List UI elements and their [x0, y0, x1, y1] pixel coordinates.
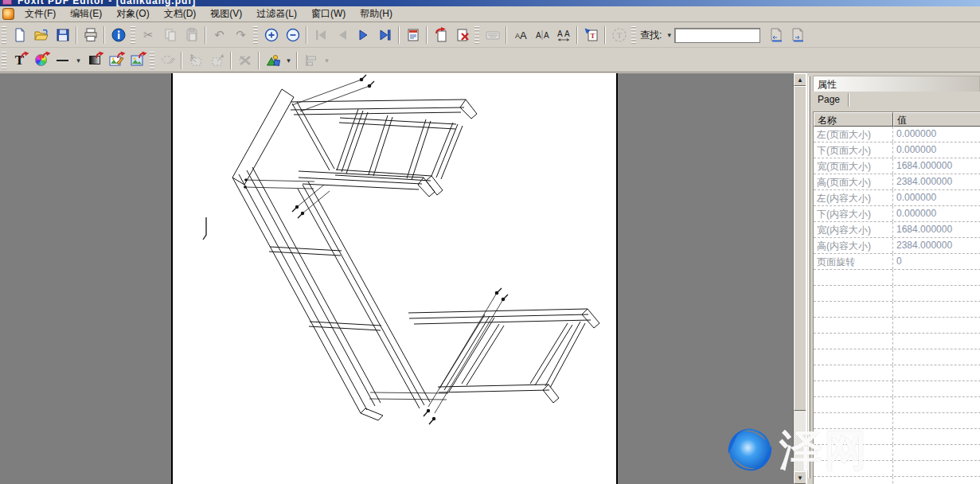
copy-button[interactable] — [159, 25, 181, 45]
line-style-dropdown[interactable]: ▾ — [73, 50, 84, 70]
svg-text:A: A — [564, 29, 570, 38]
toolbar-gripper[interactable] — [474, 26, 479, 44]
property-row[interactable]: 高(页面大小)2384.000000 — [814, 174, 980, 190]
print-button[interactable] — [80, 25, 101, 45]
property-value[interactable]: 2384.000000 — [893, 174, 980, 189]
align-button[interactable] — [300, 50, 322, 70]
find-previous-button[interactable] — [765, 25, 787, 45]
page-drawing — [173, 73, 616, 484]
menu-item-file[interactable]: 文件(F) — [18, 6, 63, 22]
add-image-object-button[interactable] — [127, 50, 148, 70]
tab-page[interactable]: Page — [813, 92, 848, 107]
save-icon — [55, 27, 71, 43]
paste-button[interactable] — [181, 25, 202, 45]
align-icon — [303, 53, 319, 68]
next-page-button[interactable] — [353, 25, 374, 45]
shapes-dropdown[interactable]: ▾ — [283, 50, 294, 70]
zoom-out-button[interactable] — [282, 25, 303, 45]
menu-item-filter[interactable]: 过滤器(L) — [249, 6, 304, 22]
svg-text:A: A — [557, 29, 563, 38]
document-icon[interactable] — [2, 8, 14, 20]
toolbar-gripper[interactable] — [150, 52, 154, 69]
toolbar-objects: T ▾ ▾ ▾ — [0, 49, 980, 72]
properties-table-header: 名称 值 — [814, 112, 980, 127]
scroll-up-button[interactable]: ▲ — [794, 73, 806, 86]
property-value[interactable]: 0.000000 — [893, 142, 980, 158]
pdf-page[interactable] — [171, 73, 618, 484]
letter-spacing-button[interactable]: AA — [531, 25, 552, 45]
send-backward-button[interactable] — [206, 50, 228, 70]
property-row[interactable]: 高(内容大小)2384.000000 — [814, 238, 980, 254]
menu-item-window[interactable]: 窗口(W) — [304, 6, 353, 22]
toolbar-gripper[interactable] — [253, 26, 258, 44]
delete-object-button[interactable] — [234, 50, 256, 70]
panel-splitter[interactable] — [808, 76, 810, 478]
property-row[interactable]: 左(页面大小)0.000000 — [814, 127, 980, 142]
scroll-down-button[interactable]: ▼ — [794, 471, 806, 484]
add-shading-object-button[interactable] — [30, 50, 52, 70]
last-page-button[interactable] — [374, 25, 396, 45]
menu-item-document[interactable]: 文档(D) — [157, 6, 204, 22]
toolbar-gripper[interactable] — [131, 26, 135, 44]
shapes-button[interactable] — [262, 50, 283, 70]
document-canvas[interactable] — [0, 73, 793, 484]
find-input[interactable] — [674, 28, 760, 43]
property-value[interactable]: 2384.000000 — [893, 238, 980, 253]
undo-button[interactable]: ↶ — [209, 25, 230, 45]
column-header-value[interactable]: 值 — [893, 112, 980, 127]
previous-page-button[interactable] — [331, 25, 353, 45]
property-value[interactable]: 1684.000000 — [893, 158, 980, 174]
font-compare-button[interactable]: AA — [510, 25, 531, 45]
toolbar-gripper[interactable] — [2, 26, 6, 44]
toolbar-gripper[interactable] — [2, 52, 6, 69]
text-circle-button[interactable]: T — [608, 25, 630, 45]
insert-text-button[interactable]: T — [580, 25, 602, 45]
property-value[interactable]: 0 — [893, 254, 980, 269]
keyboard-button[interactable] — [482, 25, 503, 45]
vertical-scrollbar[interactable]: ▲ ▼ — [793, 73, 806, 484]
page-layout-button[interactable] — [402, 25, 424, 45]
kerning-icon: AA — [556, 27, 572, 43]
rotate-page-button[interactable] — [430, 25, 451, 45]
kerning-button[interactable]: AA — [552, 25, 574, 45]
document-info-button[interactable] — [107, 25, 129, 45]
scrollbar-thumb[interactable] — [794, 86, 806, 411]
toolbar-gripper[interactable] — [631, 26, 636, 44]
add-line-object-button[interactable] — [52, 50, 73, 70]
property-value[interactable]: 0.000000 — [893, 190, 980, 205]
cut-button[interactable]: ✂ — [138, 25, 159, 45]
property-value[interactable]: 1684.000000 — [893, 222, 980, 237]
property-row[interactable]: 左(内容大小)0.000000 — [814, 190, 980, 206]
lasso-select-button[interactable] — [157, 50, 178, 70]
property-value[interactable]: 0.000000 — [893, 127, 980, 142]
align-dropdown[interactable]: ▾ — [322, 50, 332, 70]
redo-button[interactable]: ↷ — [230, 25, 252, 45]
property-row[interactable]: 宽(内容大小)1684.000000 — [814, 222, 980, 238]
property-row[interactable]: 下(内容大小)0.000000 — [814, 206, 980, 222]
property-row[interactable]: 下(页面大小)0.000000 — [814, 142, 980, 158]
zoom-in-button[interactable] — [260, 25, 282, 45]
property-row[interactable]: 宽(页面大小)1684.000000 — [814, 158, 980, 174]
add-rectangle-object-button[interactable] — [84, 50, 105, 70]
menu-item-help[interactable]: 帮助(H) — [353, 6, 400, 22]
property-name: 高(页面大小) — [814, 174, 893, 189]
open-button[interactable] — [30, 25, 52, 45]
toolbar-separator — [258, 52, 260, 69]
first-page-button[interactable] — [310, 25, 331, 45]
new-button[interactable] — [9, 25, 30, 45]
property-row[interactable]: 页面旋转0 — [814, 254, 980, 270]
menu-item-object[interactable]: 对象(O) — [109, 6, 156, 22]
menu-item-view[interactable]: 视图(V) — [203, 6, 249, 22]
column-header-name[interactable]: 名称 — [814, 112, 893, 127]
toolbar-separator — [181, 52, 182, 69]
menu-item-edit[interactable]: 编辑(E) — [63, 6, 109, 22]
save-button[interactable] — [52, 25, 73, 45]
delete-page-icon — [455, 27, 470, 43]
find-history-dropdown[interactable]: ▾ — [664, 25, 674, 45]
find-next-button[interactable] — [787, 25, 808, 45]
add-text-object-button[interactable]: T — [9, 50, 30, 70]
property-value[interactable]: 0.000000 — [893, 206, 980, 221]
delete-page-button[interactable] — [451, 25, 473, 45]
bring-forward-button[interactable] — [185, 50, 206, 70]
edit-image-object-button[interactable] — [105, 50, 127, 70]
